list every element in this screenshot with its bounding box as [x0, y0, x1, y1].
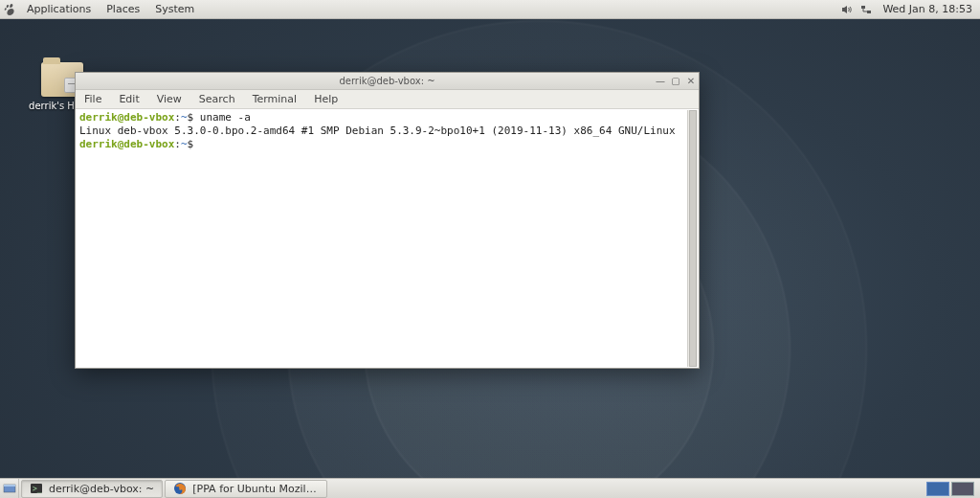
- clock[interactable]: Wed Jan 8, 18:53: [879, 3, 972, 15]
- taskbar-item-label: derrik@deb-vbox: ~: [49, 483, 154, 495]
- close-button[interactable]: ✕: [683, 75, 699, 88]
- menu-file[interactable]: File: [76, 90, 110, 108]
- taskbar-item-0[interactable]: >_derrik@deb-vbox: ~: [21, 480, 163, 498]
- system-tray: Wed Jan 8, 18:53: [840, 3, 980, 16]
- taskbar-items: >_derrik@deb-vbox: ~[PPA for Ubuntu Mozi…: [19, 480, 327, 498]
- minimize-button[interactable]: —: [653, 75, 668, 88]
- menu-view[interactable]: View: [148, 90, 190, 108]
- menu-applications[interactable]: Applications: [19, 0, 99, 18]
- maximize-button[interactable]: ▢: [668, 75, 683, 88]
- menu-system[interactable]: System: [147, 0, 202, 18]
- terminal-menubar: File Edit View Search Terminal Help: [76, 90, 699, 109]
- workspace-switcher: [921, 482, 980, 496]
- terminal-scrollbar[interactable]: [687, 110, 698, 367]
- volume-icon[interactable]: [840, 3, 854, 16]
- taskbar-item-1[interactable]: [PPA for Ubuntu Mozill…: [165, 480, 327, 498]
- svg-rect-0: [861, 6, 865, 9]
- taskbar-item-label: [PPA for Ubuntu Mozill…: [192, 483, 319, 495]
- bottom-panel: >_derrik@deb-vbox: ~[PPA for Ubuntu Mozi…: [0, 478, 980, 498]
- workspace-1[interactable]: [926, 482, 949, 496]
- gnome-foot-icon[interactable]: [0, 0, 19, 19]
- terminal-output-line: Linux deb-vbox 5.3.0-0.bpo.2-amd64 #1 SM…: [79, 124, 695, 138]
- workspace-2[interactable]: [951, 482, 974, 496]
- window-controls: — ▢ ✕: [653, 75, 699, 88]
- terminal-icon: >_: [30, 482, 43, 495]
- scrollbar-thumb[interactable]: [689, 110, 697, 367]
- firefox-icon: [173, 482, 187, 495]
- menu-terminal[interactable]: Terminal: [244, 90, 306, 108]
- top-panel: Applications Places System Wed Jan 8, 18…: [0, 0, 980, 19]
- window-titlebar[interactable]: derrik@deb-vbox: ~ — ▢ ✕: [76, 73, 699, 90]
- terminal-window[interactable]: derrik@deb-vbox: ~ — ▢ ✕ File Edit View …: [75, 72, 700, 369]
- network-icon[interactable]: [859, 3, 873, 16]
- terminal-prompt-line: derrik@deb-vbox:~$ uname -a: [79, 111, 695, 124]
- terminal-prompt-line: derrik@deb-vbox:~$: [79, 138, 695, 151]
- show-desktop-button[interactable]: [0, 479, 19, 498]
- svg-rect-3: [4, 485, 15, 487]
- top-menu-bar: Applications Places System: [19, 0, 202, 18]
- menu-places[interactable]: Places: [99, 0, 147, 18]
- menu-edit[interactable]: Edit: [110, 90, 147, 108]
- svg-text:>_: >_: [33, 485, 42, 493]
- window-title: derrik@deb-vbox: ~: [76, 76, 699, 86]
- terminal-output-area[interactable]: derrik@deb-vbox:~$ uname -aLinux deb-vbo…: [76, 109, 699, 368]
- menu-search[interactable]: Search: [190, 90, 244, 108]
- menu-help[interactable]: Help: [305, 90, 346, 108]
